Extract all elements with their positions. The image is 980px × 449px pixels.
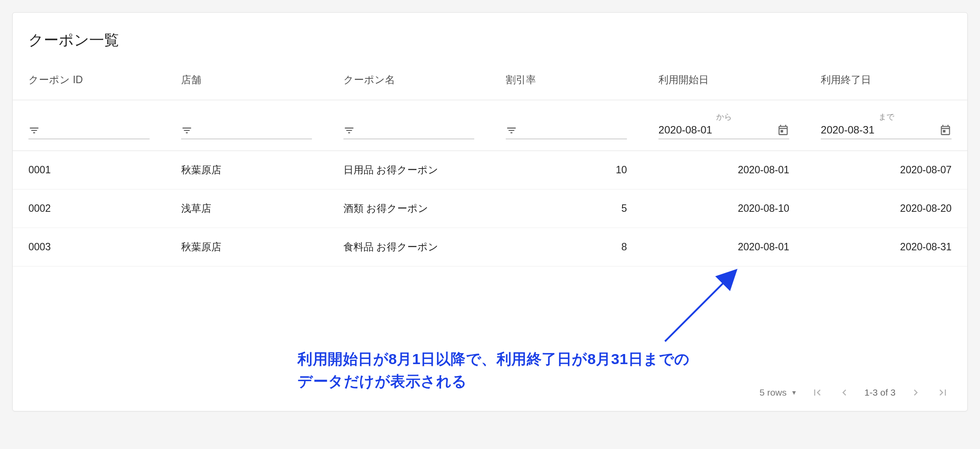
table-body: 0001秋葉原店日用品 お得クーポン102020-08-012020-08-07… xyxy=(13,151,967,267)
last-page-button[interactable] xyxy=(936,386,950,400)
col-header-end-date[interactable]: 利用終了日 xyxy=(805,63,967,100)
coupon-list-card: クーポン一覧 クーポン ID 店舗 クーポン名 割引率 利用開始日 利用終了日 xyxy=(12,12,968,411)
filter-icon xyxy=(343,125,355,136)
card-title: クーポン一覧 xyxy=(13,13,967,63)
filter-input-coupon-id[interactable] xyxy=(46,125,150,136)
filter-discount[interactable] xyxy=(506,125,627,139)
table-header-row: クーポン ID 店舗 クーポン名 割引率 利用開始日 利用終了日 xyxy=(13,63,967,100)
cell-store: 浅草店 xyxy=(165,189,328,228)
table-row[interactable]: 0001秋葉原店日用品 お得クーポン102020-08-012020-08-07 xyxy=(13,151,967,189)
filter-icon xyxy=(506,125,517,136)
rows-per-page-label: 5 rows xyxy=(760,387,787,398)
calendar-icon[interactable] xyxy=(777,124,789,136)
cell-coupon-id: 0002 xyxy=(13,189,165,228)
dropdown-icon: ▼ xyxy=(791,389,797,396)
filter-coupon-name[interactable] xyxy=(343,125,474,139)
col-header-start-date[interactable]: 利用開始日 xyxy=(643,63,805,100)
filter-input-coupon-name[interactable] xyxy=(361,125,474,136)
calendar-icon[interactable] xyxy=(939,124,952,136)
cell-store: 秋葉原店 xyxy=(165,228,328,267)
cell-discount: 8 xyxy=(490,228,643,267)
filter-store[interactable] xyxy=(181,125,312,139)
col-header-coupon-name[interactable]: クーポン名 xyxy=(328,63,490,100)
table-filter-row: から 2020-08-01 まで xyxy=(13,100,967,151)
cell-discount: 10 xyxy=(490,151,643,189)
cell-store: 秋葉原店 xyxy=(165,151,328,189)
cell-end-date: 2020-08-07 xyxy=(805,151,967,189)
cell-start-date: 2020-08-01 xyxy=(643,228,805,267)
cell-coupon-id: 0003 xyxy=(13,228,165,267)
col-header-store[interactable]: 店舗 xyxy=(165,63,328,100)
end-date-filter-label: まで xyxy=(821,112,952,122)
next-page-button[interactable] xyxy=(909,386,923,400)
cell-end-date: 2020-08-20 xyxy=(805,189,967,228)
start-date-filter-label: から xyxy=(658,112,789,122)
filter-icon xyxy=(28,125,40,136)
cell-start-date: 2020-08-10 xyxy=(643,189,805,228)
col-header-discount[interactable]: 割引率 xyxy=(490,63,643,100)
col-header-coupon-id[interactable]: クーポン ID xyxy=(13,63,165,100)
cell-coupon-name: 酒類 お得クーポン xyxy=(328,189,490,228)
end-date-filter-value: 2020-08-31 xyxy=(821,124,875,136)
filter-input-store[interactable] xyxy=(199,125,312,136)
pagination-bar: 5 rows ▼ 1-3 of 3 xyxy=(13,376,967,411)
first-page-button[interactable] xyxy=(810,386,824,400)
filter-start-date[interactable]: 2020-08-01 xyxy=(658,124,789,139)
cell-coupon-name: 食料品 お得クーポン xyxy=(328,228,490,267)
cell-start-date: 2020-08-01 xyxy=(643,151,805,189)
cell-coupon-name: 日用品 お得クーポン xyxy=(328,151,490,189)
prev-page-button[interactable] xyxy=(837,386,851,400)
filter-end-date[interactable]: 2020-08-31 xyxy=(821,124,952,139)
filter-icon xyxy=(181,125,192,136)
filter-input-discount[interactable] xyxy=(523,125,627,136)
filter-coupon-id[interactable] xyxy=(28,125,150,139)
table-row[interactable]: 0003秋葉原店食料品 お得クーポン82020-08-012020-08-31 xyxy=(13,228,967,267)
coupon-table: クーポン ID 店舗 クーポン名 割引率 利用開始日 利用終了日 xyxy=(13,63,967,267)
cell-discount: 5 xyxy=(490,189,643,228)
cell-end-date: 2020-08-31 xyxy=(805,228,967,267)
rows-per-page-select[interactable]: 5 rows ▼ xyxy=(760,387,797,398)
pagination-range: 1-3 of 3 xyxy=(864,387,896,398)
table-row[interactable]: 0002浅草店酒類 お得クーポン52020-08-102020-08-20 xyxy=(13,189,967,228)
start-date-filter-value: 2020-08-01 xyxy=(658,124,712,136)
cell-coupon-id: 0001 xyxy=(13,151,165,189)
